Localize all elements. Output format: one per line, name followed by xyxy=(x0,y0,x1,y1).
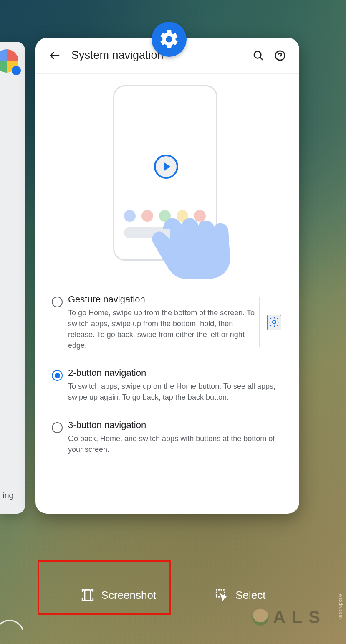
recents-previous-card[interactable]: ing xyxy=(0,42,25,514)
screenshot-label: Screenshot xyxy=(101,589,157,602)
play-demo-button[interactable] xyxy=(154,155,178,179)
option-description: To go Home, swipe up from the bottom of … xyxy=(68,307,258,351)
option-title: 2-button navigation xyxy=(68,368,287,378)
select-icon xyxy=(215,588,229,602)
option-title: Gesture navigation xyxy=(68,294,258,305)
option-description: Go back, Home, and switch apps with butt… xyxy=(68,433,287,455)
prev-card-text-fragment: ing xyxy=(3,491,14,500)
option-gesture-navigation[interactable]: Gesture navigation To go Home, swipe up … xyxy=(46,286,288,359)
screenshot-button[interactable]: Screenshot xyxy=(81,588,157,602)
gesture-settings-button[interactable] xyxy=(267,315,281,330)
search-icon xyxy=(252,49,265,62)
option-three-button-navigation[interactable]: 3-button navigation Go back, Home, and s… xyxy=(46,411,288,463)
illustration xyxy=(35,74,299,283)
screenshot-icon xyxy=(81,588,95,602)
appuals-mascot-icon xyxy=(252,609,269,626)
svg-point-3 xyxy=(273,320,276,324)
gesture-arc-indicator xyxy=(0,615,29,644)
option-description: To switch apps, swipe up on the Home but… xyxy=(68,381,287,403)
back-button[interactable] xyxy=(44,45,66,66)
option-title: 3-button navigation xyxy=(68,420,287,431)
navigation-options-list: Gesture navigation To go Home, swipe up … xyxy=(35,283,299,463)
radio-two-button[interactable] xyxy=(52,370,63,381)
option-two-button-navigation[interactable]: 2-button navigation To switch apps, swip… xyxy=(46,359,288,411)
select-button[interactable]: Select xyxy=(215,588,265,602)
arrow-back-icon xyxy=(48,49,61,62)
illustration-hand xyxy=(146,200,255,279)
help-icon xyxy=(274,49,286,62)
share-badge-icon xyxy=(12,66,21,75)
settings-card: System navigation Gesture navigation To xyxy=(35,38,299,514)
svg-point-2 xyxy=(280,58,281,59)
select-label: Select xyxy=(235,589,265,602)
watermark-text: wsxdn.com xyxy=(338,594,343,619)
recents-app-icon-settings[interactable] xyxy=(152,22,187,57)
svg-rect-4 xyxy=(85,590,91,601)
appuals-watermark: A L S xyxy=(252,607,321,627)
search-button[interactable] xyxy=(248,45,269,66)
radio-gesture[interactable] xyxy=(52,297,63,307)
help-button[interactable] xyxy=(269,45,291,66)
gear-icon xyxy=(268,316,280,328)
annotation-highlight-box xyxy=(38,560,171,615)
gear-icon xyxy=(158,28,180,50)
radio-three-button[interactable] xyxy=(52,422,63,433)
recents-actions: Screenshot Select xyxy=(0,588,346,602)
